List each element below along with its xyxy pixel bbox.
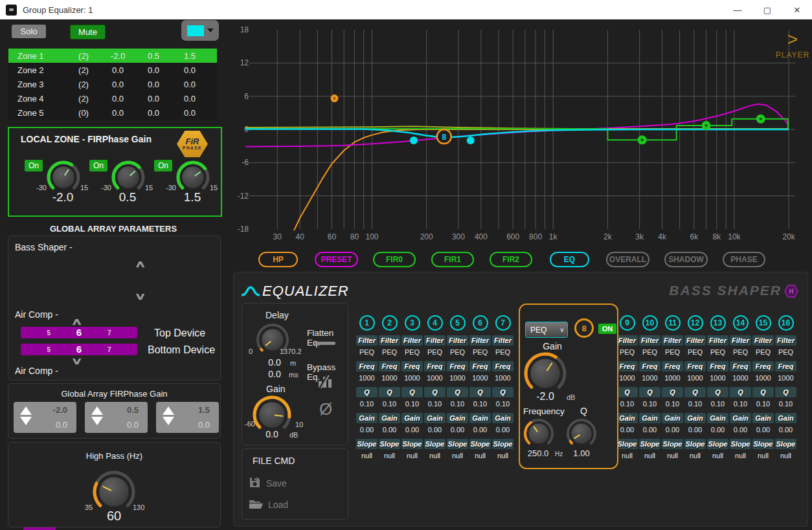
zone-row[interactable]: Zone 1(2)-2.00.51.5 bbox=[8, 49, 217, 63]
flatten-eq-button[interactable] bbox=[315, 342, 335, 345]
band-field-value[interactable]: null bbox=[780, 452, 791, 461]
band-field-value[interactable]: PEQ bbox=[405, 348, 420, 357]
band-field-value[interactable]: null bbox=[475, 452, 486, 461]
band-field-value[interactable]: PEQ bbox=[620, 348, 635, 357]
band-select-12[interactable]: 12 bbox=[688, 315, 703, 331]
band-field-value[interactable]: 0.00 bbox=[405, 426, 419, 435]
band-field-value[interactable]: 0.00 bbox=[779, 426, 793, 435]
zone-row[interactable]: Zone 4(2)0.00.00.0 bbox=[8, 91, 217, 105]
band-field-value[interactable]: 0.10 bbox=[428, 400, 442, 409]
spinner-down-icon[interactable] bbox=[91, 417, 103, 425]
band-field-value[interactable]: 0.00 bbox=[496, 426, 510, 435]
band-field-value[interactable]: null bbox=[407, 452, 418, 461]
band-8-frequency-knob[interactable] bbox=[522, 417, 556, 453]
firphase-gain-spinner[interactable]: -2.00.0 bbox=[14, 402, 76, 433]
firphase-on-button[interactable]: On bbox=[89, 160, 107, 171]
band-field-value[interactable]: 1000 bbox=[359, 374, 374, 383]
band-field-value[interactable]: null bbox=[712, 452, 723, 461]
tab-phase[interactable]: PHASE bbox=[723, 252, 765, 267]
band-8-filter-type-select[interactable]: PEQ ∨ bbox=[525, 322, 568, 338]
maximize-button[interactable]: ▢ bbox=[752, 0, 782, 19]
save-button[interactable]: Save bbox=[249, 476, 287, 491]
firphase-gain-spinner[interactable]: 0.50.0 bbox=[85, 402, 148, 433]
band-select-4[interactable]: 4 bbox=[427, 315, 443, 331]
band-field-value[interactable]: 1000 bbox=[404, 374, 420, 383]
tab-eq[interactable]: EQ bbox=[550, 252, 589, 267]
spinner-up-icon[interactable] bbox=[20, 406, 32, 415]
band-field-value[interactable]: PEQ bbox=[756, 348, 771, 357]
band-field-value[interactable]: 0.10 bbox=[473, 400, 487, 409]
player-nav[interactable]: > PLAYER bbox=[774, 31, 811, 60]
zone-row[interactable]: Zone 3(2)0.00.00.0 bbox=[8, 77, 217, 91]
band-select-10[interactable]: 10 bbox=[642, 315, 658, 331]
band-field-value[interactable]: 0.10 bbox=[451, 400, 464, 409]
zone-color-dropdown[interactable] bbox=[181, 20, 219, 41]
eq-response-graph[interactable]: 181260-6-12-1830406080100200300400600800… bbox=[233, 19, 812, 247]
bypass-eq-button[interactable] bbox=[317, 373, 334, 392]
band-field-value[interactable]: 0.10 bbox=[383, 400, 396, 409]
band-select-5[interactable]: 5 bbox=[450, 315, 466, 331]
band-field-value[interactable]: 0.00 bbox=[711, 426, 725, 435]
spinner-up-icon[interactable] bbox=[91, 406, 103, 415]
spinner-down-icon[interactable] bbox=[20, 417, 32, 425]
band-select-3[interactable]: 3 bbox=[405, 315, 420, 331]
band-field-value[interactable]: null bbox=[735, 452, 746, 461]
band-select-1[interactable]: 1 bbox=[359, 315, 375, 331]
band-field-value[interactable]: 1000 bbox=[755, 374, 771, 383]
band-field-value[interactable]: PEQ bbox=[778, 348, 793, 357]
band-field-value[interactable]: 0.10 bbox=[496, 400, 510, 409]
band-field-value[interactable]: 1000 bbox=[495, 374, 510, 383]
band-field-value[interactable]: 1000 bbox=[472, 374, 488, 383]
load-button[interactable]: Load bbox=[249, 498, 288, 511]
mute-button[interactable]: Mute bbox=[70, 25, 106, 39]
firphase-on-button[interactable]: On bbox=[154, 160, 172, 171]
spinner-up-icon[interactable] bbox=[163, 406, 174, 415]
band-select-6[interactable]: 6 bbox=[473, 315, 488, 331]
band-field-value[interactable]: 0.00 bbox=[643, 426, 657, 435]
band-field-value[interactable]: 1000 bbox=[687, 374, 703, 383]
band-field-value[interactable]: PEQ bbox=[473, 348, 488, 357]
band-field-value[interactable]: 1000 bbox=[778, 374, 793, 383]
band-field-value[interactable]: 0.00 bbox=[688, 426, 702, 435]
band-field-value[interactable]: PEQ bbox=[359, 348, 374, 357]
band-field-value[interactable]: 0.00 bbox=[473, 426, 487, 435]
band-field-value[interactable]: 0.10 bbox=[620, 400, 634, 409]
band-field-value[interactable]: 0.00 bbox=[360, 426, 374, 435]
spinner-down-icon[interactable] bbox=[163, 417, 174, 425]
band-field-value[interactable]: null bbox=[644, 452, 655, 461]
bass-shaper-down-icon[interactable]: ∨ bbox=[134, 293, 146, 300]
air-comp-slider-top[interactable]: 567 bbox=[21, 327, 137, 338]
tab-overall[interactable]: OVERALL bbox=[606, 252, 649, 267]
band-select-11[interactable]: 11 bbox=[665, 315, 681, 331]
band-field-value[interactable]: null bbox=[361, 452, 372, 461]
band-field-value[interactable]: 0.00 bbox=[756, 426, 770, 435]
band-field-value[interactable]: null bbox=[452, 452, 463, 461]
band-field-value[interactable]: PEQ bbox=[427, 348, 442, 357]
zone-row[interactable]: Zone 5(0)0.00.00.0 bbox=[8, 105, 217, 120]
band-field-value[interactable]: null bbox=[690, 452, 701, 461]
band-field-value[interactable]: PEQ bbox=[733, 348, 748, 357]
solo-button[interactable]: Solo bbox=[12, 25, 46, 38]
tab-fir1[interactable]: FIR1 bbox=[431, 252, 474, 267]
air-comp-down-icon[interactable]: ∨ bbox=[71, 358, 83, 364]
band-field-value[interactable]: null bbox=[384, 452, 395, 461]
band-select-9[interactable]: 9 bbox=[620, 315, 635, 331]
tab-hp[interactable]: HP bbox=[258, 252, 298, 267]
band-field-value[interactable]: 1000 bbox=[619, 374, 635, 383]
band-select-2[interactable]: 2 bbox=[382, 315, 398, 331]
band-field-value[interactable]: 0.10 bbox=[779, 400, 793, 409]
band-field-value[interactable]: null bbox=[497, 452, 508, 461]
zone-row[interactable]: Zone 2(2)0.00.00.0 bbox=[8, 63, 217, 77]
band-field-value[interactable]: 1000 bbox=[732, 374, 748, 383]
band-field-value[interactable]: null bbox=[429, 452, 440, 461]
band-select-14[interactable]: 14 bbox=[733, 315, 749, 331]
minimize-button[interactable]: — bbox=[723, 0, 752, 19]
band-field-value[interactable]: 1000 bbox=[449, 374, 465, 383]
band-8-q-knob[interactable] bbox=[565, 417, 598, 453]
band-select-15[interactable]: 15 bbox=[756, 315, 771, 331]
band-select-13[interactable]: 13 bbox=[710, 315, 726, 331]
band-field-value[interactable]: PEQ bbox=[495, 348, 510, 357]
firphase-gain-spinner[interactable]: 1.50.0 bbox=[156, 402, 219, 433]
firphase-on-button[interactable]: On bbox=[25, 160, 43, 171]
band-field-value[interactable]: 0.00 bbox=[620, 426, 634, 435]
